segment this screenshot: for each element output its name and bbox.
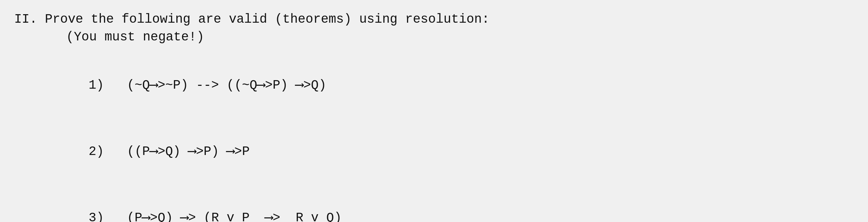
header-line2: (You must negate!): [35, 30, 854, 44]
header-line1: II. Prove the following are valid (theor…: [14, 11, 854, 28]
problem-number-3: 3) (P⟶>Q) ⟶> (R v P ⟶> R v Q): [89, 211, 342, 222]
problem-number-1: 1) (~Q⟶>~P) --> ((~Q⟶>P) ⟶>Q): [89, 78, 326, 93]
problem-item-2: 2) ((P⟶>Q) ⟶>P) ⟶>P: [43, 125, 854, 179]
problem-item-3: 3) (P⟶>Q) ⟶> (R v P ⟶> R v Q): [43, 192, 854, 222]
main-content: II. Prove the following are valid (theor…: [14, 11, 854, 222]
problem-item-1: 1) (~Q⟶>~P) --> ((~Q⟶>P) ⟶>Q): [43, 59, 854, 112]
problem-list: 1) (~Q⟶>~P) --> ((~Q⟶>P) ⟶>Q) 2) ((P⟶>Q)…: [14, 59, 854, 222]
problem-number-2: 2) ((P⟶>Q) ⟶>P) ⟶>P: [89, 144, 250, 159]
